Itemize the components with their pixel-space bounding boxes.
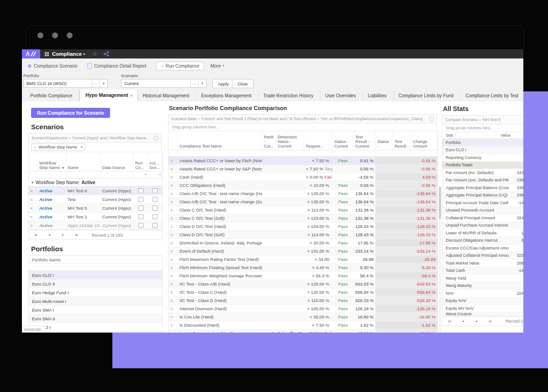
- tab[interactable]: Compliance Limits by Test: [461, 91, 523, 101]
- table-row[interactable]: Portfolio Totals: [443, 162, 523, 170]
- run-checkbox[interactable]: [134, 206, 148, 211]
- share-icon[interactable]: [104, 51, 109, 57]
- filter-cell[interactable]: [148, 171, 162, 179]
- table-row[interactable]: Unused Proceeds Account 0.00: [443, 207, 523, 215]
- table-row[interactable]: Total Market Value 208,305,082.43: [443, 260, 523, 267]
- drag-handle-icon[interactable]: [169, 222, 178, 230]
- close-icon[interactable]: [153, 136, 158, 141]
- filter-cell[interactable]: [393, 150, 411, 157]
- table-row[interactable]: I/C Test - Class A/B (Hard) > 125.00 % P…: [169, 280, 437, 288]
- tab[interactable]: Liabilities: [363, 91, 394, 101]
- table-row[interactable]: Equity MV NAV 0.00 %: [443, 305, 523, 313]
- tab[interactable]: Trade Restriction History: [258, 91, 321, 101]
- drag-handle-icon[interactable]: [169, 264, 178, 271]
- run-checkbox[interactable]: [134, 188, 148, 193]
- scrollbar-thumb[interactable]: [439, 187, 441, 219]
- group-row-active[interactable]: ▾ Workflow Step Name: Active: [29, 179, 162, 186]
- filter-cell[interactable]: [101, 171, 134, 179]
- run-compliance-for-scenario-button[interactable]: Run Compliance for Scenario: [31, 108, 110, 118]
- table-row[interactable]: Class D O/C Test (Soft) > 114.00 % Pass …: [169, 231, 437, 239]
- table-row[interactable]: Wavg Coupon 3.0000 %: [443, 313, 523, 316]
- table-row[interactable]: Active MH Test 6 Current (Hypo): [29, 186, 162, 195]
- table-row[interactable]: Lower of MV/RR of Defaults 1,881,700.00: [443, 229, 523, 237]
- run-checkbox[interactable]: [134, 197, 148, 202]
- drag-handle-icon[interactable]: [169, 157, 178, 164]
- table-row[interactable]: Portfolio Scenario: [443, 139, 523, 147]
- table-row[interactable]: Assets Rated CCC+ or lower by Fitch (Not…: [169, 157, 437, 165]
- pager-last-button[interactable]: [70, 233, 84, 237]
- workflow-step-name-chip[interactable]: ↑ Workflow Step Name ▾: [31, 143, 85, 151]
- header-stat[interactable]: Stat↑: [443, 133, 501, 138]
- header-name[interactable]: Name: [66, 152, 101, 171]
- run-checkbox[interactable]: [134, 223, 148, 228]
- drag-handle-icon[interactable]: [29, 206, 38, 211]
- table-row[interactable]: Discount Obligations Haircut 5,259,886.4…: [443, 237, 523, 245]
- header-test-name[interactable]: Compliance Test Name: [178, 131, 262, 150]
- table-row[interactable]: Aggregate Principal Balance (Cover... 33…: [443, 184, 523, 192]
- table-row[interactable]: Equity NAV 0.00 %: [443, 297, 523, 305]
- drag-handle-icon[interactable]: [169, 214, 178, 222]
- table-row[interactable]: Issuer Concentration (Hard) 1 Schaeffler…: [169, 329, 437, 333]
- drag-handle-icon[interactable]: [169, 247, 178, 255]
- drag-handle-icon[interactable]: [169, 255, 178, 263]
- window-dot-2[interactable]: [52, 32, 58, 38]
- table-row[interactable]: Event of Default (Hard) > 101.00 % Pass …: [169, 247, 437, 255]
- table-row[interactable]: NAV 224,206,253.17: [443, 290, 523, 297]
- drag-handle-icon[interactable]: [169, 173, 178, 181]
- table-row[interactable]: Domiciled in Greece, Ireland, Italy, Por…: [169, 239, 437, 247]
- header-data-source[interactable]: Data Source: [101, 152, 134, 171]
- drag-handle-icon[interactable]: [169, 288, 178, 296]
- pager-prev-button[interactable]: [456, 319, 470, 323]
- clear-button[interactable]: Clear: [232, 79, 253, 88]
- table-row[interactable]: Wavg Yield 5.54 %: [443, 275, 523, 282]
- drag-handle-icon[interactable]: [29, 223, 38, 228]
- table-row[interactable]: Par Amount (inc. Defaults) 343,857,436.4…: [443, 169, 523, 177]
- list-item[interactable]: Euro CLO I: [29, 271, 162, 280]
- table-row[interactable]: Cash (Hard) > 0.00 %Fail -4.59 % 4.59 %: [169, 173, 437, 181]
- filter-cell[interactable]: [38, 171, 66, 179]
- table-row[interactable]: Active MH Test 2 Current (Hypo): [29, 212, 162, 221]
- header-rank[interactable]: Rank - Cur...: [262, 131, 276, 150]
- filter-cell[interactable]: [134, 171, 148, 179]
- table-row[interactable]: Is Discounted (Hard) < 7.50 % Pass 1.62 …: [169, 321, 437, 329]
- pager-prev-button[interactable]: [42, 233, 56, 237]
- table-row[interactable]: Par Amount (exc. Defaults and PIK) 339,8…: [443, 177, 523, 185]
- table-row[interactable]: Adjusted Collateral Principal Amount 323…: [443, 252, 523, 260]
- drag-handle-icon[interactable]: [169, 313, 178, 321]
- filter-cell[interactable]: [332, 150, 353, 157]
- drag-handle-icon[interactable]: [169, 231, 178, 238]
- table-row[interactable]: Fitch Minimum Floating Spread Test (Hard…: [169, 264, 437, 272]
- filter-cell[interactable]: [262, 150, 276, 157]
- table-row[interactable]: Class A/B O/C Test - test name change (H…: [169, 190, 437, 198]
- apps-grid-icon[interactable]: [45, 52, 49, 56]
- drag-handle-icon[interactable]: [169, 198, 178, 206]
- table-row[interactable]: Active MH Test 5 Current (Hypo): [29, 204, 162, 212]
- more-button[interactable]: More ▾: [211, 64, 224, 69]
- header-value[interactable]: Value: [501, 133, 511, 138]
- table-row[interactable]: Fitch Maximum Rating Factor Test (Hard) …: [169, 255, 437, 264]
- table-row[interactable]: I/C Test - Class D (Hard) > 115.00 % Pas…: [169, 297, 437, 305]
- act-checkbox[interactable]: [148, 197, 162, 202]
- drag-handle-icon[interactable]: [169, 280, 178, 288]
- table-row[interactable]: Class A/B O/C Test - test name change (S…: [169, 198, 437, 206]
- act-checkbox[interactable]: [148, 223, 162, 228]
- header-status-current[interactable]: Status - Current: [332, 131, 353, 150]
- drag-handle-icon[interactable]: [169, 321, 178, 329]
- header-dimension[interactable]: Dimension Name - Current: [276, 131, 304, 150]
- chevron-down-icon[interactable]: ▾: [100, 79, 107, 87]
- app-logo-icon[interactable]: [22, 49, 40, 58]
- filter-cell[interactable]: [375, 150, 393, 157]
- filter-cell[interactable]: [66, 171, 101, 179]
- tab[interactable]: Hypo Management▾: [79, 90, 138, 101]
- drag-handle-icon[interactable]: [169, 305, 178, 313]
- header-change-amount[interactable]: Change Amount: [411, 131, 437, 150]
- filter-cell[interactable]: [411, 150, 437, 157]
- pager-next-button[interactable]: [56, 233, 70, 237]
- table-row[interactable]: Assets Rated CCC+ or lower by S&P (Notch…: [169, 165, 437, 173]
- table-row[interactable]: Class C O/C Test (Hard) > 113.00 % Pass …: [169, 206, 437, 214]
- table-row[interactable]: Active Hypo 144Jan 10 20... Current (Hyp…: [29, 221, 162, 230]
- close-icon[interactable]: [429, 117, 434, 122]
- header-result-current[interactable]: Test Result - Current: [353, 131, 375, 150]
- filter-cell[interactable]: [304, 150, 332, 157]
- table-row[interactable]: Aggregate Principal Balance (CQ) 339,859…: [443, 192, 523, 200]
